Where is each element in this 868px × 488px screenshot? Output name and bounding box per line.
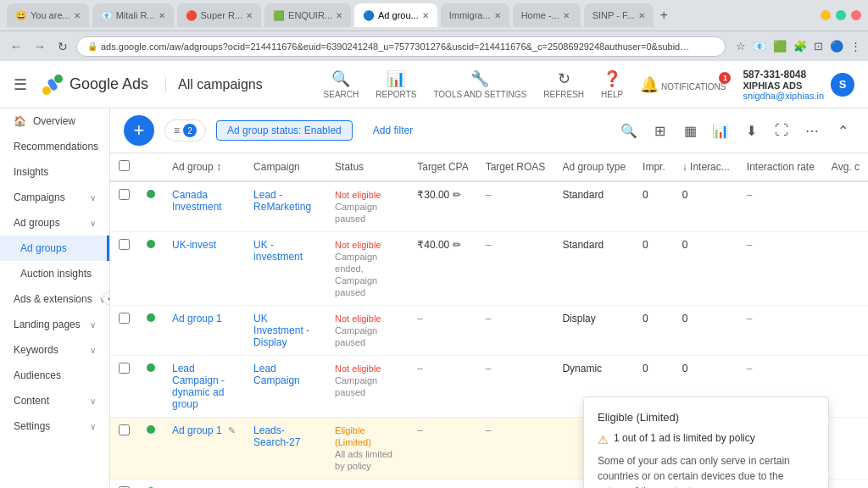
col-avg[interactable]: Avg. c bbox=[823, 153, 868, 181]
sidebar-item-ads-extensions[interactable]: Ads & extensions ∨ bbox=[0, 286, 109, 312]
campaign-link[interactable]: Leads-Search-27 bbox=[253, 424, 300, 448]
add-button[interactable]: + bbox=[124, 115, 154, 146]
avatar[interactable]: S bbox=[831, 73, 854, 97]
bell-icon: 🔔1 bbox=[640, 76, 659, 93]
hamburger-menu[interactable]: ☰ bbox=[14, 75, 27, 94]
col-campaign[interactable]: Campaign bbox=[245, 153, 326, 181]
address-bar[interactable]: 🔒 ads.google.com/aw/adgroups?ocid=214411… bbox=[76, 36, 726, 57]
campaign-link[interactable]: UK - investment bbox=[253, 239, 303, 263]
status-not-eligible: Not eligible bbox=[335, 240, 381, 250]
extension-icon-4[interactable]: ⊡ bbox=[814, 40, 823, 53]
campaign-link[interactable]: Lead - ReMarketing bbox=[253, 189, 311, 213]
filter-button[interactable]: ≡ 2 bbox=[164, 119, 206, 141]
ad-group-link[interactable]: Canada Investment bbox=[172, 189, 222, 213]
row-checkbox[interactable] bbox=[110, 306, 138, 356]
edit-pencil-icon[interactable]: ✎ bbox=[228, 425, 236, 435]
sidebar-item-auction-insights[interactable]: Auction insights bbox=[0, 261, 109, 286]
campaign-link[interactable]: UK Investment - Display bbox=[253, 313, 309, 348]
sidebar-item-audiences[interactable]: Audiences bbox=[0, 363, 109, 388]
new-tab-button[interactable]: + bbox=[657, 8, 671, 23]
segment-icon-button[interactable]: ⊞ bbox=[648, 119, 671, 142]
sidebar-item-settings[interactable]: Settings ∨ bbox=[0, 413, 109, 439]
col-interac[interactable]: ↓ Interac... bbox=[674, 153, 738, 181]
help-action[interactable]: ❓ HELP bbox=[601, 69, 623, 99]
extension-icon-3[interactable]: 🧩 bbox=[793, 40, 807, 53]
back-button[interactable]: ← bbox=[7, 38, 25, 55]
ad-group-link[interactable]: Ad group 1 bbox=[172, 424, 222, 436]
ad-group-link[interactable]: UK-invest bbox=[172, 239, 216, 251]
reload-button[interactable]: ↻ bbox=[54, 38, 71, 55]
row-checkbox[interactable] bbox=[110, 480, 138, 489]
tab-7-close[interactable]: ✕ bbox=[563, 11, 570, 20]
ad-group-link[interactable]: Ad group 1 bbox=[172, 313, 222, 324]
bookmark-icon[interactable]: ☆ bbox=[736, 40, 746, 53]
collapse-table-button[interactable]: ⌃ bbox=[831, 119, 854, 142]
expand-icon-button[interactable]: ⛶ bbox=[770, 119, 793, 142]
sidebar-item-landing-pages[interactable]: Landing pages ∨ bbox=[0, 312, 109, 337]
forward-button[interactable]: → bbox=[31, 38, 49, 55]
action-bar: + ≡ 2 Ad group status: Enabled Add filte… bbox=[110, 108, 868, 153]
select-all-checkbox[interactable] bbox=[119, 160, 130, 171]
sidebar-item-ad-groups-active[interactable]: Ad groups bbox=[0, 236, 109, 261]
extension-icon-1[interactable]: 📧 bbox=[753, 40, 766, 53]
col-ad-group[interactable]: Ad group ↕ bbox=[164, 153, 245, 181]
tab-8[interactable]: SINP - F... ✕ bbox=[584, 3, 654, 27]
sidebar-item-insights[interactable]: Insights bbox=[0, 159, 109, 185]
tab-4-close[interactable]: ✕ bbox=[336, 11, 342, 20]
tab-6[interactable]: Immigra... ✕ bbox=[441, 3, 509, 27]
col-target-cpa[interactable]: Target CPA bbox=[409, 153, 476, 181]
download-icon-button[interactable]: ⬇ bbox=[739, 119, 763, 142]
tab-5[interactable]: 🔵 Ad grou... ✕ bbox=[354, 3, 437, 27]
columns-icon-button[interactable]: ▦ bbox=[678, 119, 702, 142]
sidebar-item-overview[interactable]: 🏠 Overview bbox=[0, 108, 109, 134]
tab-3-close[interactable]: ✕ bbox=[246, 11, 253, 20]
refresh-action[interactable]: ↻ REFRESH bbox=[543, 69, 584, 99]
status-not-eligible: Not eligible bbox=[335, 190, 381, 200]
sidebar-item-recommendations[interactable]: Recommendations bbox=[0, 134, 109, 159]
tab-1[interactable]: 😀 You are... ✕ bbox=[7, 3, 89, 27]
row-checkbox[interactable] bbox=[110, 181, 138, 232]
row-checkbox[interactable] bbox=[110, 232, 138, 306]
row-checkbox[interactable] bbox=[110, 356, 138, 418]
ad-group-link[interactable]: Lead Campaign - dynamic ad group bbox=[172, 363, 225, 410]
chart-icon-button[interactable]: 📊 bbox=[709, 119, 732, 142]
tab-4[interactable]: 🟩 ENQUIR... ✕ bbox=[264, 3, 351, 27]
status-secondary: Campaign paused bbox=[335, 325, 377, 347]
sidebar-item-content[interactable]: Content ∨ bbox=[0, 388, 109, 413]
notifications-action[interactable]: 🔔1 NOTIFICATIONS bbox=[640, 75, 726, 94]
tab-2-close[interactable]: ✕ bbox=[159, 11, 165, 20]
add-filter-button[interactable]: Add filter bbox=[363, 121, 423, 140]
search-action[interactable]: 🔍 SEARCH bbox=[324, 69, 359, 99]
tab-8-close[interactable]: ✕ bbox=[638, 11, 645, 20]
browser-menu-icon[interactable]: ⋮ bbox=[850, 40, 861, 53]
sidebar-item-ad-groups-header[interactable]: Ad groups ∨ bbox=[0, 210, 109, 236]
sidebar-item-keywords[interactable]: Keywords ∨ bbox=[0, 337, 109, 363]
reports-action[interactable]: 📊 REPORTS bbox=[376, 69, 416, 99]
tab-3-label: Super R... bbox=[201, 10, 243, 20]
tab-3[interactable]: 🔴 Super R... ✕ bbox=[177, 3, 262, 27]
campaign-link[interactable]: Lead Campaign bbox=[253, 363, 300, 386]
tab-1-close[interactable]: ✕ bbox=[74, 11, 81, 20]
sidebar-item-campaigns[interactable]: Campaigns ∨ bbox=[0, 185, 109, 210]
search-icon-button[interactable]: 🔍 bbox=[617, 119, 641, 142]
profile-icon[interactable]: 🔵 bbox=[830, 40, 843, 53]
extension-icon-2[interactable]: 🟩 bbox=[773, 40, 787, 53]
close-window-button[interactable] bbox=[851, 10, 861, 20]
tools-action[interactable]: 🔧 TOOLS AND SETTINGS bbox=[433, 69, 526, 99]
minimize-button[interactable] bbox=[821, 10, 831, 20]
col-ad-group-type[interactable]: Ad group type bbox=[554, 153, 634, 181]
maximize-button[interactable] bbox=[836, 10, 846, 20]
more-icon-button[interactable]: ⋯ bbox=[800, 119, 824, 142]
row-checkbox[interactable] bbox=[110, 418, 138, 480]
col-int-rate[interactable]: Interaction rate bbox=[738, 153, 823, 181]
tab-6-close[interactable]: ✕ bbox=[494, 11, 501, 20]
tab-2[interactable]: 📧 Mitali R... ✕ bbox=[92, 3, 174, 27]
sidebar-collapse-button[interactable]: ‹ bbox=[103, 291, 110, 305]
col-status[interactable]: Status bbox=[326, 153, 409, 181]
status-not-eligible: Not eligible bbox=[335, 313, 381, 324]
tab-5-close[interactable]: ✕ bbox=[422, 11, 429, 20]
col-impr[interactable]: Impr. bbox=[634, 153, 674, 181]
tab-7[interactable]: Home -... ✕ bbox=[513, 3, 581, 27]
col-target-roas[interactable]: Target ROAS bbox=[477, 153, 554, 181]
status-filter-chip[interactable]: Ad group status: Enabled bbox=[216, 120, 353, 141]
